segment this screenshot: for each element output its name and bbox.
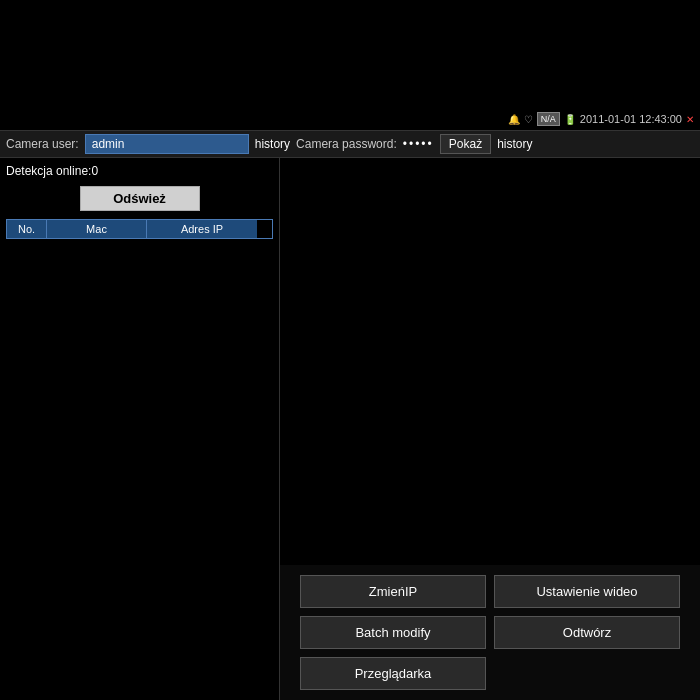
camera-password-label: Camera password: — [296, 137, 397, 151]
col-no: No. — [7, 220, 47, 238]
close-icon[interactable] — [686, 113, 694, 125]
status-bar: N/A 2011-01-01 12:43:00 — [508, 112, 694, 126]
table-header: No. Mac Adres IP — [6, 219, 273, 239]
heart-icon — [524, 113, 533, 125]
table-body — [6, 239, 273, 694]
toolbar: Camera user: history Camera password: ••… — [0, 130, 700, 158]
camera-user-label: Camera user: — [6, 137, 79, 151]
video-area — [280, 158, 700, 565]
batch-modify-button[interactable]: Batch modify — [300, 616, 486, 649]
history-button-1[interactable]: history — [255, 137, 290, 151]
camera-password-display: ••••• — [403, 137, 434, 151]
history-button-2[interactable]: history — [497, 137, 532, 151]
main-content: Detekcja online:0 Odśwież No. Mac Adres … — [0, 158, 700, 700]
bell-icon — [508, 113, 520, 125]
action-buttons: ZmieńIP Ustawienie wideo Batch modify Od… — [280, 565, 700, 700]
detection-status: Detekcja online:0 — [6, 164, 273, 178]
video-settings-button[interactable]: Ustawienie wideo — [494, 575, 680, 608]
camera-user-input[interactable] — [85, 134, 249, 154]
right-panel: ZmieńIP Ustawienie wideo Batch modify Od… — [280, 158, 700, 700]
col-ip: Adres IP — [147, 220, 257, 238]
change-ip-button[interactable]: ZmieńIP — [300, 575, 486, 608]
left-panel: Detekcja online:0 Odśwież No. Mac Adres … — [0, 158, 280, 700]
battery-icon — [564, 113, 576, 125]
show-button[interactable]: Pokaż — [440, 134, 491, 154]
refresh-button[interactable]: Odśwież — [80, 186, 200, 211]
col-mac: Mac — [47, 220, 147, 238]
datetime-display: 2011-01-01 12:43:00 — [580, 113, 682, 125]
playback-button[interactable]: Odtwórz — [494, 616, 680, 649]
top-bar: N/A 2011-01-01 12:43:00 — [0, 0, 700, 130]
browser-button[interactable]: Przeglądarka — [300, 657, 486, 690]
signal-icon: N/A — [537, 112, 560, 126]
